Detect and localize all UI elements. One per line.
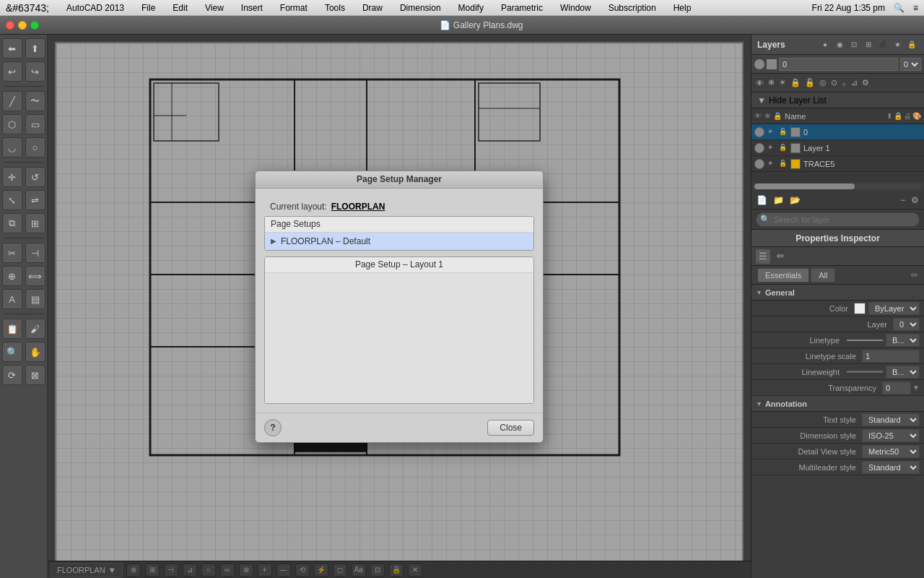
tab-all[interactable]: All	[811, 268, 835, 282]
new-layer-btn[interactable]: 📄	[754, 194, 770, 206]
layer-icon-2[interactable]: ◉	[833, 38, 846, 51]
toolbar-scale[interactable]: ⤡	[2, 190, 22, 210]
tab-essentials[interactable]: Essentials	[757, 268, 809, 282]
menu-view[interactable]: View	[202, 3, 227, 13]
linetype-scale-input[interactable]	[862, 350, 920, 363]
menu-subscription[interactable]: Subscription	[606, 3, 659, 13]
layer-search-input[interactable]	[756, 212, 920, 227]
search-menu-icon[interactable]: 🔍	[894, 3, 905, 13]
toolbar-extend[interactable]: ⊣	[25, 243, 45, 263]
toolbar-rotate[interactable]: ↺	[25, 167, 45, 187]
layer-icon-1[interactable]: ●	[819, 38, 832, 51]
filter-icon[interactable]: 🔒	[894, 112, 902, 120]
toolbar-layer[interactable]: 📋	[2, 319, 22, 339]
toolbar-mirror[interactable]: ⇌	[25, 190, 45, 210]
hide-layer-btn[interactable]: ▼ Hide Layer List	[751, 92, 924, 108]
toolbar-draw-rect[interactable]: ▭	[25, 114, 45, 134]
layer-icon-walk[interactable]: ⬦	[840, 78, 848, 88]
toolbar-dim[interactable]: ⟺	[25, 266, 45, 286]
minus-btn[interactable]: −	[898, 194, 907, 206]
menu-tools[interactable]: Tools	[322, 3, 348, 13]
layer-icon-all-vis[interactable]: 👁	[754, 78, 765, 88]
layer-icon-3[interactable]: ⊡	[847, 38, 860, 51]
layer-icon-unisolate[interactable]: ⊙	[829, 77, 839, 88]
folder-btn[interactable]: 📁	[771, 194, 786, 206]
layer-prop-dropdown[interactable]: 0	[893, 318, 920, 331]
color-dropdown[interactable]: ByLayer	[868, 302, 920, 315]
toolbar-btn-2[interactable]: ⬆	[25, 38, 45, 59]
toolbar-btn-4[interactable]: ↪	[25, 61, 45, 82]
multileader-style-dropdown[interactable]: Standard	[862, 461, 920, 474]
toolbar-orbit[interactable]: ⟳	[2, 365, 22, 385]
layer-icon-settings[interactable]: ⚙	[860, 77, 871, 88]
toolbar-draw-poly[interactable]: ⬡	[2, 114, 22, 134]
menu-help[interactable]: Help	[671, 3, 694, 13]
annotation-section-header[interactable]: ▼ Annotation	[751, 396, 924, 412]
settings-btn[interactable]: ⚙	[909, 194, 921, 206]
linetype-dropdown[interactable]: B...	[886, 334, 920, 347]
toolbar-draw-circle[interactable]: ○	[25, 137, 45, 158]
edit-pencil-icon[interactable]: ✏	[911, 270, 918, 280]
lineweight-dropdown[interactable]: B...	[886, 366, 920, 379]
sort-icon[interactable]: ⬆	[886, 112, 892, 120]
layer-icon-match[interactable]: ⊿	[850, 77, 859, 88]
toolbar-pan[interactable]: ✋	[25, 342, 45, 362]
menu-modify[interactable]: Modify	[456, 3, 487, 13]
menu-window[interactable]: Window	[557, 3, 594, 13]
layer-icon-lock[interactable]: 🔒	[789, 77, 802, 88]
print-icon[interactable]: 🖨	[904, 112, 911, 120]
menu-insert[interactable]: Insert	[238, 3, 266, 13]
help-button[interactable]: ?	[264, 419, 282, 436]
dim-style-dropdown[interactable]: ISO-25	[862, 429, 920, 442]
props-icon-list[interactable]: ☰	[756, 249, 770, 264]
menu-draw[interactable]: Draw	[359, 3, 385, 13]
menu-file[interactable]: File	[139, 3, 158, 13]
layer-icon-thaw[interactable]: ☀	[777, 77, 788, 88]
toolbar-draw-curve[interactable]: 〜	[25, 91, 45, 111]
toolbar-match[interactable]: 🖌	[25, 319, 45, 339]
menu-dimension[interactable]: Dimension	[397, 3, 444, 13]
color-header-icon[interactable]: 🎨	[912, 112, 921, 120]
text-style-dropdown[interactable]: Standard	[862, 413, 920, 426]
toolbar-trim[interactable]: ✂	[2, 243, 22, 263]
color-swatch[interactable]	[854, 303, 866, 314]
general-section-header[interactable]: ▼ General	[751, 285, 924, 301]
toolbar-btn-3[interactable]: ↩	[2, 61, 22, 82]
maximize-window-btn[interactable]	[30, 21, 39, 30]
transparency-input[interactable]	[882, 381, 911, 394]
toolbar-nav[interactable]: ⊠	[25, 365, 45, 385]
folder-new-btn[interactable]: 📂	[788, 194, 803, 206]
menu-format[interactable]: Format	[277, 3, 310, 13]
toolbar-zoom[interactable]: 🔍	[2, 342, 22, 362]
toolbar-move[interactable]: ✛	[2, 167, 22, 187]
menu-extra-icon[interactable]: ≡	[913, 3, 918, 13]
layer-icon-7[interactable]: 🔒	[905, 38, 918, 51]
layer-row-1[interactable]: ☀ 🔓 Layer 1	[751, 140, 924, 156]
apple-menu[interactable]: &#63743;	[6, 2, 49, 14]
layer-row-trace5[interactable]: ☀ 🔓 TRACE5	[751, 156, 924, 172]
drawing-area[interactable]: X Page Setup Manager Current layout: F	[48, 35, 751, 578]
layer-icon-6[interactable]: ★	[891, 38, 904, 51]
toolbar-text[interactable]: A	[2, 289, 22, 309]
layer-scrollbar[interactable]	[754, 184, 921, 189]
toolbar-snap[interactable]: ⊕	[2, 266, 22, 286]
close-window-btn[interactable]	[6, 21, 14, 30]
layer-icon-unlock[interactable]: 🔓	[803, 77, 816, 88]
menu-parametric[interactable]: Parametric	[498, 3, 546, 13]
layer-name-input[interactable]	[779, 58, 898, 71]
layer-icon-4[interactable]: ⊞	[862, 38, 875, 51]
menu-edit[interactable]: Edit	[170, 3, 191, 13]
toolbar-hatch[interactable]: ▤	[25, 289, 45, 309]
toolbar-array[interactable]: ⊞	[25, 213, 45, 233]
layer-dropdown[interactable]: 0	[900, 58, 921, 71]
layer-icon-5[interactable]: ⬛	[876, 38, 889, 51]
close-dialog-button[interactable]: Close	[487, 420, 534, 436]
layer-row-0[interactable]: ☀ 🔓 0	[751, 124, 924, 140]
toolbar-draw-arc[interactable]: ◡	[2, 137, 22, 158]
layer-icon-freeze[interactable]: ❄	[767, 77, 776, 88]
detail-view-style-dropdown[interactable]: Metric50	[862, 445, 920, 458]
toolbar-draw-line[interactable]: ╱	[2, 91, 22, 111]
minimize-window-btn[interactable]	[18, 21, 27, 30]
toolbar-offset[interactable]: ⧉	[2, 213, 22, 233]
props-icon-pencil[interactable]: ✏	[773, 249, 788, 264]
